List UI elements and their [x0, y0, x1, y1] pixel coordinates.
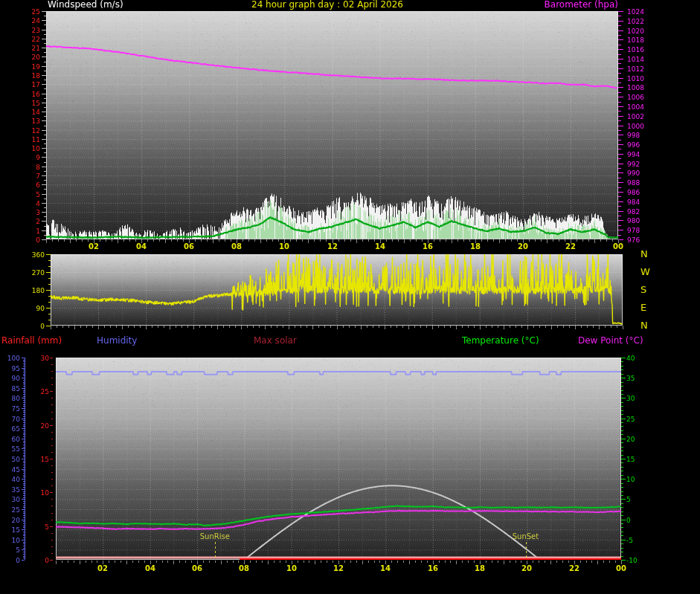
- tick-label: 1022: [627, 18, 644, 25]
- tick-label: 23: [15, 27, 40, 34]
- tick-label: 1004: [627, 103, 644, 111]
- tick-label: 20: [626, 436, 635, 443]
- tick-label: 270: [22, 269, 45, 277]
- tick-label: 00: [614, 564, 628, 572]
- sunrise-marker-label: SunRise: [200, 532, 230, 540]
- weather-graphs-canvas: [0, 0, 700, 594]
- tick-label: 25: [2, 506, 20, 514]
- tick-label: 13: [15, 117, 40, 125]
- tick-label: 25: [34, 388, 49, 396]
- sunset-marker-label: SunSet: [513, 532, 539, 540]
- tick-label: 65: [2, 425, 20, 433]
- tick-label: 18: [473, 564, 487, 572]
- tick-label: 21: [15, 45, 40, 52]
- tick-label: 1: [15, 227, 40, 235]
- compass-label-s-2: S: [640, 285, 646, 294]
- tick-label: 978: [627, 227, 640, 234]
- tick-label: 80: [2, 395, 20, 402]
- tick-label: 16: [421, 242, 434, 250]
- compass-label-e-3: E: [640, 303, 646, 311]
- tick-label: 25: [626, 416, 635, 423]
- compass-label-w-1: W: [640, 268, 650, 276]
- tick-label: 17: [15, 81, 40, 88]
- tick-label: 16: [426, 564, 440, 572]
- tick-label: 50: [2, 456, 20, 463]
- tick-label: 180: [22, 287, 45, 294]
- tick-label: -5: [626, 537, 633, 544]
- tick-label: 7: [15, 172, 40, 180]
- tick-label: 15: [34, 456, 49, 463]
- tick-label: 24: [15, 17, 40, 25]
- tick-label: 1016: [627, 46, 644, 54]
- tick-label: 988: [627, 179, 640, 187]
- tick-label: 1008: [627, 84, 644, 91]
- tick-label: 10: [2, 537, 20, 544]
- tick-label: 55: [2, 445, 20, 453]
- tick-label: 90: [22, 305, 45, 312]
- tick-label: 18: [469, 242, 482, 250]
- tick-label: 04: [144, 564, 157, 572]
- tick-label: 986: [627, 189, 640, 196]
- tick-label: 40: [2, 476, 20, 483]
- tick-label: 982: [627, 208, 640, 216]
- tick-label: 5: [34, 523, 49, 531]
- tick-label: 1012: [627, 65, 644, 73]
- tick-label: 20: [34, 422, 49, 430]
- tick-label: 990: [627, 170, 640, 177]
- tick-label: 20: [520, 564, 533, 572]
- rainfall-legend-label: Rainfall (mm): [1, 337, 62, 345]
- tick-label: 1002: [627, 113, 644, 120]
- graph-title: 24 hour graph day : 02 April 2026: [216, 1, 439, 9]
- tick-label: 12: [332, 564, 345, 572]
- tick-label: 0: [626, 517, 631, 524]
- dew-point-legend-label: Dew Point (°C): [578, 337, 643, 345]
- tick-label: 10: [277, 242, 291, 250]
- tick-label: 04: [135, 242, 148, 250]
- tick-label: 08: [230, 242, 243, 250]
- tick-label: 06: [182, 242, 196, 250]
- tick-label: 1020: [627, 28, 644, 35]
- max-solar-legend-label: Max solar: [254, 337, 297, 345]
- tick-label: 40: [626, 355, 635, 362]
- tick-label: 5: [626, 496, 631, 503]
- tick-label: 1010: [627, 75, 644, 83]
- tick-label: 20: [516, 242, 530, 250]
- tick-label: 45: [2, 466, 20, 474]
- tick-label: 15: [2, 526, 20, 534]
- tick-label: 1000: [627, 123, 644, 130]
- tick-label: 10: [626, 476, 635, 483]
- tick-label: 00: [611, 242, 625, 250]
- tick-label: 14: [15, 109, 40, 116]
- tick-label: 980: [627, 217, 640, 225]
- tick-label: 19: [15, 63, 40, 71]
- tick-label: 994: [627, 151, 640, 158]
- tick-label: 996: [627, 141, 640, 149]
- tick-label: 984: [627, 198, 640, 206]
- tick-label: 11: [15, 136, 40, 143]
- tick-label: 100: [2, 355, 20, 362]
- tick-label: 0: [2, 557, 20, 564]
- tick-label: 0: [22, 323, 45, 330]
- tick-label: 998: [627, 132, 640, 139]
- tick-label: 22: [568, 564, 581, 572]
- tick-label: -10: [626, 557, 638, 564]
- tick-label: 10: [15, 145, 40, 152]
- tick-label: 15: [626, 456, 635, 463]
- tick-label: 2: [15, 218, 40, 225]
- barometer-axis-title: Barometer (hpa): [513, 1, 618, 9]
- tick-label: 02: [96, 564, 109, 572]
- tick-label: 06: [190, 564, 204, 572]
- tick-label: 90: [2, 375, 20, 382]
- temperature-legend-label: Temperature (°C): [462, 337, 539, 345]
- tick-label: 5: [2, 546, 20, 554]
- tick-label: 14: [373, 242, 387, 250]
- tick-label: 35: [626, 375, 635, 382]
- tick-label: 1024: [627, 8, 644, 16]
- tick-label: 25: [15, 8, 40, 16]
- tick-label: 12: [326, 242, 339, 250]
- compass-label-n-4: N: [640, 321, 648, 329]
- tick-label: 70: [2, 416, 20, 423]
- tick-label: 20: [2, 517, 20, 524]
- tick-label: 0: [34, 557, 49, 564]
- tick-label: 35: [2, 486, 20, 494]
